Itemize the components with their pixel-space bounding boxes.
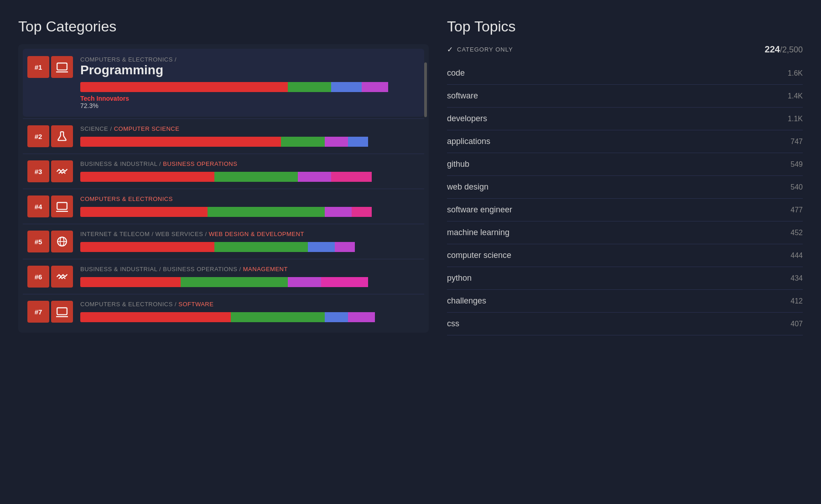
bar-segment-1-3 — [362, 82, 389, 92]
topic-name-0: code — [447, 68, 465, 78]
rank-badge-group-6: #6 — [27, 266, 73, 288]
category-bar-1 — [80, 82, 415, 92]
topic-row-3[interactable]: applications747 — [447, 130, 803, 153]
category-content-4: Computers & Electronics — [80, 195, 415, 217]
category-content-3: BUSINESS & INDUSTRIAL / Business Operati… — [80, 160, 415, 182]
bar-segment-4-1 — [208, 207, 325, 217]
topic-name-8: computer science — [447, 251, 511, 260]
category-item-5[interactable]: #5INTERNET & TELECOM / WEB SERVICES / We… — [23, 225, 424, 258]
category-breadcrumb-7: COMPUTERS & ELECTRONICS / Software — [80, 301, 415, 308]
left-panel: Top Categories #1COMPUTERS & ELECTRONICS… — [18, 18, 429, 335]
category-item-2[interactable]: #2SCIENCE / Computer Science — [23, 120, 424, 153]
category-item-6[interactable]: #6BUSINESS & INDUSTRIAL / BUSINESS OPERA… — [23, 260, 424, 293]
topic-name-6: software engineer — [447, 205, 512, 215]
bar-segment-7-3 — [348, 312, 375, 322]
bar-segment-2-1 — [281, 137, 324, 147]
topic-count-8: 444 — [790, 252, 803, 260]
filter-label: CATEGORY ONLY — [457, 46, 513, 53]
category-item-3[interactable]: #3BUSINESS & INDUSTRIAL / Business Opera… — [23, 155, 424, 188]
categories-title: Top Categories — [18, 18, 429, 35]
bar-segment-4-3 — [352, 207, 372, 217]
topics-count: 224/2,500 — [765, 44, 803, 55]
bar-segment-4-2 — [325, 207, 352, 217]
topic-row-5[interactable]: web design540 — [447, 176, 803, 199]
topic-name-10: challenges — [447, 296, 486, 306]
topic-count-6: 477 — [790, 206, 803, 214]
rank-number-5: #5 — [27, 231, 49, 252]
topics-header: ✓ CATEGORY ONLY 224/2,500 — [447, 44, 803, 55]
bar-segment-3-1 — [214, 172, 298, 182]
topic-count-2: 1.1K — [788, 115, 803, 123]
topic-row-0[interactable]: code1.6K — [447, 62, 803, 85]
bar-segment-6-3 — [321, 277, 368, 287]
right-panel: Top Topics ✓ CATEGORY ONLY 224/2,500 cod… — [447, 18, 803, 335]
topic-row-8[interactable]: computer science444 — [447, 244, 803, 267]
topic-count-0: 1.6K — [788, 69, 803, 77]
topic-row-2[interactable]: developers1.1K — [447, 108, 803, 130]
rank-badge-group-2: #2 — [27, 125, 73, 147]
topics-filter[interactable]: ✓ CATEGORY ONLY — [447, 45, 513, 54]
rank-badge-group-5: #5 — [27, 231, 73, 252]
topic-count-9: 434 — [790, 274, 803, 283]
topics-current: 224 — [765, 44, 780, 54]
svg-rect-0 — [57, 63, 67, 70]
category-content-6: BUSINESS & INDUSTRIAL / BUSINESS OPERATI… — [80, 266, 415, 287]
category-item-4[interactable]: #4Computers & Electronics — [23, 190, 424, 223]
category-bar-2 — [80, 137, 415, 147]
category-breadcrumb-5: INTERNET & TELECOM / WEB SERVICES / Web … — [80, 231, 415, 237]
rank-badge-group-4: #4 — [27, 195, 73, 217]
topic-row-11[interactable]: css407 — [447, 313, 803, 335]
topics-title: Top Topics — [447, 18, 803, 35]
rank-icon-1 — [51, 56, 73, 78]
topic-row-1[interactable]: software1.4K — [447, 85, 803, 108]
check-icon: ✓ — [447, 45, 453, 54]
category-breadcrumb-6: BUSINESS & INDUSTRIAL / BUSINESS OPERATI… — [80, 266, 415, 273]
rank-number-4: #4 — [27, 195, 49, 217]
bar-segment-3-3 — [331, 172, 371, 182]
category-bar-6 — [80, 277, 415, 287]
rank-icon-4 — [51, 195, 73, 217]
bar-segment-4-0 — [80, 207, 208, 217]
topic-name-3: applications — [447, 137, 490, 146]
category-bar-7 — [80, 312, 415, 322]
category-bar-5 — [80, 242, 415, 252]
rank-number-2: #2 — [27, 125, 49, 147]
rank-icon-3 — [51, 160, 73, 182]
topic-count-10: 412 — [790, 297, 803, 305]
topic-name-2: developers — [447, 114, 487, 123]
rank-badge-group-1: #1 — [27, 56, 73, 78]
bar-segment-2-3 — [348, 137, 368, 147]
topic-row-4[interactable]: github549 — [447, 153, 803, 176]
bar-segment-6-2 — [288, 277, 321, 287]
category-content-7: COMPUTERS & ELECTRONICS / Software — [80, 301, 415, 322]
bar-segment-1-2 — [331, 82, 361, 92]
topic-row-9[interactable]: python434 — [447, 267, 803, 290]
bar-segment-7-1 — [231, 312, 325, 322]
category-item-7[interactable]: #7COMPUTERS & ELECTRONICS / Software — [23, 295, 424, 328]
bar-segment-2-2 — [325, 137, 348, 147]
topic-name-11: css — [447, 319, 459, 329]
rank-icon-2 — [51, 125, 73, 147]
category-name-1: Programming — [80, 63, 415, 77]
category-item-1[interactable]: #1COMPUTERS & ELECTRONICS / ProgrammingT… — [23, 49, 424, 117]
category-bar-4 — [80, 207, 415, 217]
topic-row-10[interactable]: challenges412 — [447, 290, 803, 313]
topic-count-4: 549 — [790, 160, 803, 169]
topic-count-11: 407 — [790, 320, 803, 328]
topic-count-1: 1.4K — [788, 92, 803, 100]
rank-number-7: #7 — [27, 301, 49, 323]
bar-segment-6-0 — [80, 277, 181, 287]
category-content-1: COMPUTERS & ELECTRONICS / ProgrammingTec… — [80, 56, 415, 109]
topic-row-7[interactable]: machine learning452 — [447, 221, 803, 244]
rank-number-6: #6 — [27, 266, 49, 288]
rank-badge-group-7: #7 — [27, 301, 73, 323]
svg-rect-3 — [57, 202, 67, 209]
topics-list: code1.6Ksoftware1.4Kdevelopers1.1Kapplic… — [447, 62, 803, 335]
topic-row-6[interactable]: software engineer477 — [447, 199, 803, 221]
bar-segment-7-2 — [325, 312, 348, 322]
rank-icon-5 — [51, 231, 73, 252]
rank-badge-group-3: #3 — [27, 160, 73, 182]
topic-count-7: 452 — [790, 229, 803, 237]
category-breadcrumb-4: Computers & Electronics — [80, 195, 415, 202]
bar-segment-5-0 — [80, 242, 214, 252]
